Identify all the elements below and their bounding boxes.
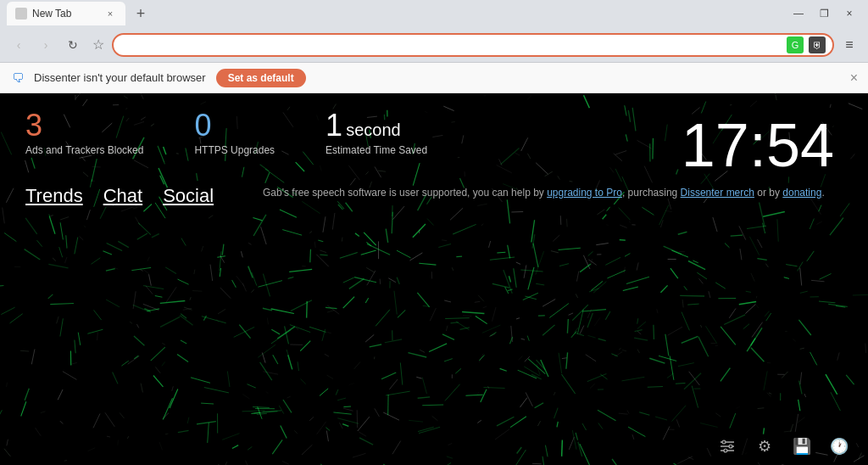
tab-close-button[interactable]: × — [103, 7, 117, 20]
nav-links: Trends Chat Social — [25, 185, 214, 207]
chat-link[interactable]: Chat — [103, 185, 142, 207]
tab-title: New Tab — [32, 8, 71, 20]
ads-blocked-label: Ads and Trackers Blocked — [25, 144, 143, 156]
notif-text: Dissenter isn't your default browser — [34, 71, 206, 84]
new-tab-button[interactable]: + — [129, 2, 153, 25]
upgrade-pro-link[interactable]: upgrading to Pro — [547, 187, 622, 199]
time-unit: second — [346, 120, 401, 139]
gab-message: Gab's free speech software is user suppo… — [263, 185, 834, 201]
social-link[interactable]: Social — [163, 185, 214, 207]
notification-bar: 🗨 Dissenter isn't your default browser S… — [0, 63, 868, 93]
reload-button[interactable]: ↻ — [61, 33, 85, 57]
svg-point-5 — [724, 449, 727, 452]
address-bar-wrap: G ⛨ — [112, 33, 834, 57]
gear-button[interactable]: ⚙ — [753, 434, 776, 458]
tab-favicon — [15, 8, 27, 20]
set-default-button[interactable]: Set as default — [216, 69, 306, 87]
donate-link[interactable]: donating — [782, 187, 821, 199]
filter-button[interactable] — [715, 434, 739, 458]
menu-button[interactable]: ≡ — [837, 33, 861, 57]
time-saved-stat: 1second Estimated Time Saved — [326, 110, 427, 156]
notif-icon: 🗨 — [12, 71, 24, 85]
time-saved-number: 1second — [326, 110, 427, 141]
notif-close-button[interactable]: × — [850, 70, 858, 86]
time-saved-label: Estimated Time Saved — [326, 144, 427, 156]
close-window-button[interactable]: × — [837, 2, 861, 25]
titlebar: New Tab × + — ❐ × — [0, 0, 868, 27]
ads-blocked-stat: 3 Ads and Trackers Blocked — [25, 110, 143, 156]
save-button[interactable]: 💾 — [790, 434, 814, 458]
bookmark-button[interactable]: ☆ — [88, 35, 108, 55]
active-tab[interactable]: New Tab × — [7, 2, 125, 25]
forward-button[interactable]: › — [34, 33, 58, 57]
stats-bar: 3 Ads and Trackers Blocked 0 HTTPS Upgra… — [25, 110, 427, 156]
navbar: ‹ › ↻ ☆ G ⛨ ≡ — [0, 27, 868, 63]
ads-blocked-number: 3 — [25, 110, 143, 141]
address-input[interactable] — [120, 38, 782, 51]
shield-dark-icon[interactable]: ⛨ — [809, 36, 826, 53]
merch-link[interactable]: Dissenter merch — [681, 187, 754, 199]
history-button[interactable]: 🕐 — [827, 434, 851, 458]
bottom-toolbar: ⚙ 💾 🕐 — [715, 434, 851, 458]
https-upgrades-number: 0 — [194, 110, 275, 141]
clock: 17:54 — [682, 110, 834, 180]
shield-green-icon[interactable]: G — [787, 36, 804, 53]
https-upgrades-stat: 0 HTTPS Upgrades — [194, 110, 275, 156]
https-upgrades-label: HTTPS Upgrades — [194, 144, 275, 156]
main-content: 3 Ads and Trackers Blocked 0 HTTPS Upgra… — [0, 93, 868, 465]
svg-point-4 — [729, 445, 732, 448]
tab-strip: New Tab × + — [7, 0, 787, 27]
trends-link[interactable]: Trends — [25, 185, 83, 207]
svg-point-3 — [722, 440, 726, 444]
minimize-button[interactable]: — — [787, 2, 810, 25]
restore-button[interactable]: ❐ — [812, 2, 836, 25]
window-controls: — ❐ × — [787, 2, 861, 25]
back-button[interactable]: ‹ — [7, 33, 31, 57]
